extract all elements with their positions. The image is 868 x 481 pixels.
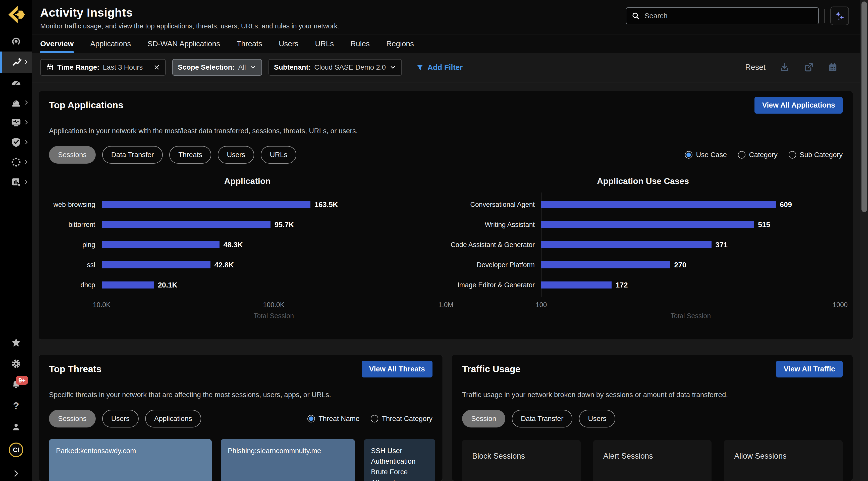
- bar[interactable]: [541, 261, 670, 268]
- scope-selection-dropdown[interactable]: Scope Selection: All: [172, 59, 262, 76]
- stat-tile-alert-sessions[interactable]: Alert Sessions0: [593, 440, 712, 481]
- stat-tile-allow-sessions[interactable]: Allow Sessions1.0M: [724, 440, 843, 481]
- subtenant-dropdown[interactable]: Subtenant: Cloud SASE Demo 2.0: [269, 59, 402, 76]
- scrollbar-track[interactable]: [860, 0, 868, 481]
- download-icon[interactable]: [780, 62, 789, 72]
- toggle-sessions[interactable]: Sessions: [49, 410, 96, 427]
- view-all-traffic-button[interactable]: View All Traffic: [776, 361, 843, 378]
- x-axis-label: Total Session: [102, 312, 446, 320]
- close-icon[interactable]: [153, 64, 160, 71]
- toggle-users[interactable]: Users: [102, 410, 138, 427]
- toggle-data-transfer[interactable]: Data Transfer: [102, 146, 163, 163]
- chevron-down-icon: [389, 64, 396, 71]
- tab-regions[interactable]: Regions: [386, 34, 414, 53]
- toggle-sessions[interactable]: Sessions: [49, 146, 96, 163]
- favorites-star-icon[interactable]: [10, 337, 22, 348]
- share-export-icon[interactable]: [804, 62, 814, 72]
- report-chart-icon: [10, 176, 22, 188]
- radio-category[interactable]: Category: [738, 151, 778, 159]
- bar-value: 163.5K: [314, 201, 338, 209]
- sidebar-item-monitor[interactable]: [0, 112, 32, 132]
- chevron-right-icon: [23, 179, 30, 185]
- sidebar-item-activity-insights[interactable]: [0, 52, 32, 72]
- insights-icon: [11, 56, 23, 68]
- scrollbar-thumb[interactable]: [862, 1, 867, 212]
- tab-sd-wan-applications[interactable]: SD-WAN Applications: [148, 34, 220, 53]
- sidebar-item-workflows[interactable]: [0, 152, 32, 172]
- filter-value: Cloud SASE Demo 2.0: [314, 63, 386, 71]
- treemap-tile[interactable]: Parked:kentonsawdy.com: [49, 439, 212, 481]
- tab-threats[interactable]: Threats: [237, 34, 262, 53]
- x-tick: 1.0M: [438, 301, 453, 309]
- tab-applications[interactable]: Applications: [90, 34, 131, 53]
- bar[interactable]: [541, 221, 754, 228]
- bar-track: 48.3K: [102, 235, 446, 255]
- time-range-filter-chip[interactable]: Time Range: Last 3 Hours: [40, 59, 166, 76]
- settings-gear-icon[interactable]: [10, 358, 22, 369]
- traffic-usage-card: Traffic Usage View All Traffic Traffic u…: [452, 355, 853, 481]
- toggle-data-transfer[interactable]: Data Transfer: [512, 410, 572, 427]
- radio-label: Threat Name: [318, 415, 360, 423]
- radio-use-case[interactable]: Use Case: [685, 151, 727, 159]
- sparkles-icon: [834, 10, 845, 22]
- category-label: Conversational Agent: [446, 201, 541, 209]
- bar[interactable]: [102, 221, 271, 228]
- search-input[interactable]: [644, 11, 813, 20]
- sidebar-item-dashboards[interactable]: [0, 72, 32, 92]
- user-icon[interactable]: [10, 421, 22, 432]
- toggle-applications[interactable]: Applications: [145, 410, 201, 427]
- sidebar-item-security-posture[interactable]: [0, 132, 32, 152]
- tab-overview[interactable]: Overview: [40, 34, 73, 53]
- treemap-tile[interactable]: Phishing:slearncommnuity.me: [221, 439, 355, 481]
- toggle-urls[interactable]: URLs: [261, 146, 297, 163]
- stat-value: 6.2K: [472, 478, 570, 481]
- treemap-tile[interactable]: SSH User Authentication Brute Force Atte…: [364, 439, 435, 481]
- toggle-session[interactable]: Session: [462, 410, 505, 427]
- radio-threat-category[interactable]: Threat Category: [371, 415, 433, 423]
- sidebar-expand-button[interactable]: [0, 464, 32, 481]
- bar[interactable]: [541, 241, 712, 248]
- sidebar-item-reports[interactable]: [0, 172, 32, 192]
- toggle-threats[interactable]: Threats: [169, 146, 211, 163]
- bar[interactable]: [541, 281, 612, 289]
- search-icon: [631, 11, 640, 20]
- add-filter-button[interactable]: Add Filter: [416, 63, 463, 71]
- radio-threat-name[interactable]: Threat Name: [307, 415, 360, 423]
- brand-logo-icon[interactable]: [5, 4, 27, 25]
- toggle-users[interactable]: Users: [579, 410, 615, 427]
- tab-users[interactable]: Users: [279, 34, 299, 53]
- notifications-bell-icon[interactable]: 9+: [10, 379, 22, 390]
- view-all-threats-button[interactable]: View All Threats: [362, 361, 433, 378]
- bar[interactable]: [102, 241, 219, 248]
- category-label: Developer Platform: [446, 261, 541, 269]
- help-icon[interactable]: ?: [10, 400, 22, 411]
- bar[interactable]: [102, 201, 310, 208]
- schedule-calendar-icon[interactable]: [828, 62, 838, 72]
- category-label: ssl: [49, 261, 102, 269]
- bar[interactable]: [102, 261, 211, 268]
- sidebar-item-incidents-alerts[interactable]: [0, 92, 32, 112]
- radio-dot-icon: [307, 415, 315, 422]
- x-axis: 1001000: [541, 300, 840, 310]
- bar[interactable]: [541, 201, 776, 208]
- chart-row: Writing Assistant515: [446, 215, 840, 235]
- x-tick: 100.0K: [263, 301, 285, 309]
- radio-label: Category: [749, 151, 778, 159]
- radio-sub-category[interactable]: Sub Category: [788, 151, 843, 159]
- bar-value: 95.7K: [275, 221, 294, 229]
- toggle-users[interactable]: Users: [218, 146, 254, 163]
- reset-button[interactable]: Reset: [745, 63, 766, 72]
- view-all-applications-button[interactable]: View All Applications: [754, 97, 843, 114]
- sidebar-item-command-center[interactable]: [0, 32, 32, 52]
- stat-tile-block-sessions[interactable]: Block Sessions6.2K: [462, 440, 581, 481]
- search-box[interactable]: [626, 7, 819, 24]
- tab-rules[interactable]: Rules: [350, 34, 370, 53]
- card-title: Top Applications: [49, 100, 123, 111]
- ai-copilot-button[interactable]: [830, 6, 849, 25]
- x-axis-label: Total Session: [541, 312, 840, 320]
- avatar[interactable]: CI: [9, 443, 23, 457]
- chevron-right-icon: [23, 119, 30, 126]
- tab-urls[interactable]: URLs: [315, 34, 334, 53]
- bar[interactable]: [102, 281, 154, 289]
- filter-label: Scope Selection:: [178, 63, 235, 71]
